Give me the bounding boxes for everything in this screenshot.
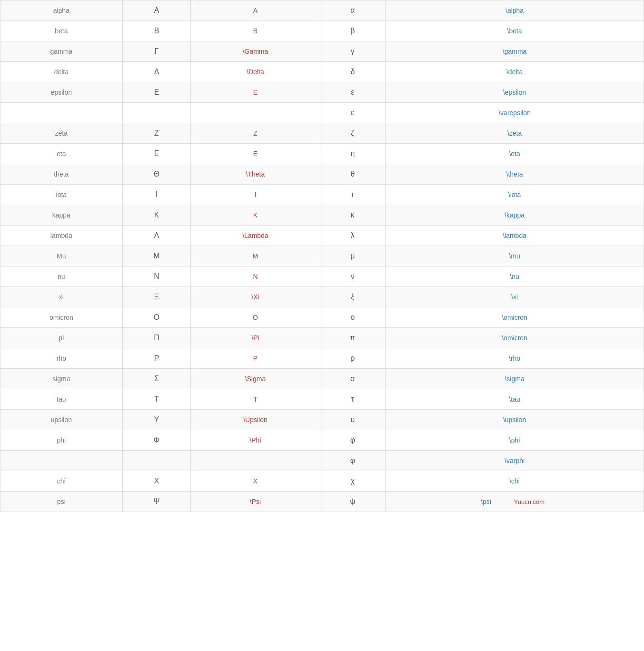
greek-latex-upper-cell: N <box>191 266 320 287</box>
greek-latex-upper-cell: \Theta <box>191 164 320 185</box>
greek-upper-char-cell: Π <box>122 328 191 348</box>
greek-name-cell: phi <box>0 430 123 451</box>
greek-name-cell: chi <box>0 471 123 492</box>
greek-name-cell: psi <box>0 492 123 512</box>
greek-lower-char-cell: ζ <box>320 123 386 144</box>
greek-latex-upper-cell: X <box>191 471 320 492</box>
greek-latex-lower-cell: \omicron <box>386 307 644 328</box>
greek-latex-lower-cell: \alpha <box>386 0 644 21</box>
greek-lower-char-cell: δ <box>320 62 386 82</box>
greek-latex-upper-cell: \Xi <box>191 287 320 307</box>
greek-lower-char-cell: β <box>320 21 386 41</box>
greek-upper-char-cell: Y <box>122 410 191 430</box>
greek-lower-char-cell: ξ <box>320 287 386 307</box>
greek-latex-upper-cell: \Lambda <box>191 226 320 246</box>
greek-latex-lower-cell: \iota <box>386 185 644 205</box>
greek-name-cell: nu <box>0 266 123 287</box>
greek-name-cell: pi <box>0 328 123 348</box>
greek-lower-char-cell: η <box>320 144 386 164</box>
greek-name-cell: alpha <box>0 0 123 21</box>
greek-latex-upper-cell: K <box>191 205 320 226</box>
greek-upper-char-cell: Σ <box>122 369 191 389</box>
greek-upper-char-cell: E <box>122 144 191 164</box>
greek-name-cell: rho <box>0 348 123 369</box>
greek-name-cell: theta <box>0 164 123 185</box>
greek-name-cell <box>0 451 123 471</box>
greek-upper-char-cell: P <box>122 348 191 369</box>
greek-latex-upper-cell: \Sigma <box>191 369 320 389</box>
greek-name-cell: lambda <box>0 226 123 246</box>
greek-lower-char-cell: γ <box>320 41 386 62</box>
greek-latex-upper-cell: \Gamma <box>191 41 320 62</box>
watermark: Yuucn.com <box>510 496 548 507</box>
greek-lower-char-cell: θ <box>320 164 386 185</box>
greek-lower-char-cell: ψ <box>320 492 386 512</box>
greek-latex-upper-cell <box>191 103 320 123</box>
greek-lower-char-cell: ε <box>320 103 386 123</box>
greek-latex-upper-cell: M <box>191 246 320 266</box>
greek-lower-char-cell: ε <box>320 82 386 103</box>
greek-latex-lower-cell: \zeta <box>386 123 644 144</box>
greek-lower-char-cell: χ <box>320 471 386 492</box>
greek-latex-lower-cell: \rho <box>386 348 644 369</box>
greek-lower-char-cell: μ <box>320 246 386 266</box>
greek-name-cell: tau <box>0 389 123 410</box>
greek-upper-char-cell: Φ <box>122 430 191 451</box>
greek-latex-lower-cell: \upsilon <box>386 410 644 430</box>
greek-upper-char-cell: Θ <box>122 164 191 185</box>
greek-upper-char-cell: Γ <box>122 41 191 62</box>
greek-latex-lower-cell: \eta <box>386 144 644 164</box>
greek-upper-char-cell: K <box>122 205 191 226</box>
greek-latex-upper-cell: E <box>191 82 320 103</box>
greek-lower-char-cell: φ <box>320 451 386 471</box>
greek-latex-lower-cell: \phi <box>386 430 644 451</box>
greek-latex-lower-cell: \nu <box>386 266 644 287</box>
greek-lower-char-cell: π <box>320 328 386 348</box>
greek-latex-lower-cell: \sigma <box>386 369 644 389</box>
greek-upper-char-cell <box>122 103 191 123</box>
greek-latex-upper-cell: \Upsilon <box>191 410 320 430</box>
greek-latex-lower-cell: \varphi <box>386 451 644 471</box>
greek-name-cell: iota <box>0 185 123 205</box>
greek-lower-char-cell: λ <box>320 226 386 246</box>
greek-upper-char-cell: O <box>122 307 191 328</box>
greek-lower-char-cell: κ <box>320 205 386 226</box>
greek-latex-upper-cell: E <box>191 144 320 164</box>
greek-latex-upper-cell: T <box>191 389 320 410</box>
greek-name-cell: Mu <box>0 246 123 266</box>
greek-upper-char-cell: E <box>122 82 191 103</box>
greek-name-cell: kappa <box>0 205 123 226</box>
greek-latex-upper-cell: Z <box>191 123 320 144</box>
greek-latex-upper-cell: \Pi <box>191 328 320 348</box>
greek-lower-char-cell: ο <box>320 307 386 328</box>
greek-latex-lower-cell: \chi <box>386 471 644 492</box>
greek-latex-lower-cell: \kappa <box>386 205 644 226</box>
greek-lower-char-cell: τ <box>320 389 386 410</box>
greek-name-cell: gamma <box>0 41 123 62</box>
greek-latex-lower-cell: \epsilon <box>386 82 644 103</box>
greek-lower-char-cell: υ <box>320 410 386 430</box>
greek-latex-upper-cell: O <box>191 307 320 328</box>
greek-latex-lower-cell: \delta <box>386 62 644 82</box>
greek-upper-char-cell <box>122 451 191 471</box>
greek-latex-lower-cell: \omicron <box>386 328 644 348</box>
greek-lower-char-cell: ρ <box>320 348 386 369</box>
table: alphaAAα\alphabetaBBβ\betagammaΓ\Gammaγ\… <box>0 0 644 512</box>
greek-upper-char-cell: A <box>122 0 191 21</box>
greek-lower-char-cell: φ <box>320 430 386 451</box>
greek-name-cell: beta <box>0 21 123 41</box>
greek-name-cell: eta <box>0 144 123 164</box>
greek-name-cell: upsilon <box>0 410 123 430</box>
greek-latex-lower-cell: \psiYuucn.com <box>386 492 644 512</box>
greek-latex-lower-cell: \varepsilon <box>386 103 644 123</box>
greek-latex-upper-cell: \Psi <box>191 492 320 512</box>
greek-name-cell: epsilon <box>0 82 123 103</box>
greek-lower-char-cell: ι <box>320 185 386 205</box>
greek-latex-lower-cell: \mu <box>386 246 644 266</box>
greek-lower-char-cell: α <box>320 0 386 21</box>
greek-upper-char-cell: I <box>122 185 191 205</box>
greek-name-cell: xi <box>0 287 123 307</box>
greek-name-cell <box>0 103 123 123</box>
greek-name-cell: omicron <box>0 307 123 328</box>
greek-latex-upper-cell: \Phi <box>191 430 320 451</box>
